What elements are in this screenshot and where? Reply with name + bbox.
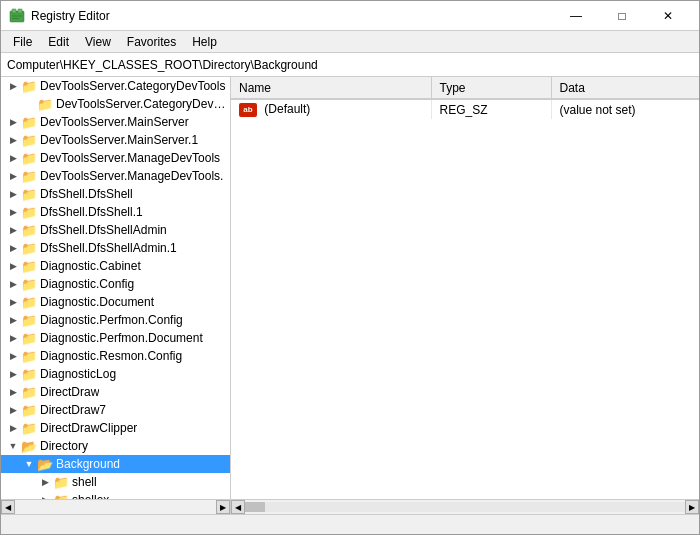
scroll-right-btn[interactable]: ▶: [216, 500, 230, 514]
expand-icon[interactable]: ▶: [5, 276, 21, 292]
col-type[interactable]: Type: [431, 77, 551, 99]
tree-label: Directory: [40, 439, 88, 453]
tree-item[interactable]: ▶ 📁 DevToolsServer.CategoryDevTools: [1, 77, 230, 95]
reg-name: (Default): [264, 102, 310, 116]
tree-item[interactable]: ▶ 📁 Diagnostic.Config: [1, 275, 230, 293]
right-h-scrollbar[interactable]: ◀ ▶: [231, 500, 699, 514]
tree-item[interactable]: ▶ 📁 Diagnostic.Perfmon.Document: [1, 329, 230, 347]
col-name[interactable]: Name: [231, 77, 431, 99]
expand-icon[interactable]: ▶: [5, 240, 21, 256]
expand-icon[interactable]: ▶: [5, 330, 21, 346]
tree-label: DiagnosticLog: [40, 367, 116, 381]
menu-bar: File Edit View Favorites Help: [1, 31, 699, 53]
scroll-track: [15, 502, 216, 512]
tree-item[interactable]: ▶ 📁 DfsShell.DfsShell.1: [1, 203, 230, 221]
col-data[interactable]: Data: [551, 77, 699, 99]
tree-label: Diagnostic.Document: [40, 295, 154, 309]
expand-icon[interactable]: ▶: [5, 114, 21, 130]
folder-icon: 📁: [21, 114, 37, 130]
tree-label: DfsShell.DfsShell: [40, 187, 133, 201]
tree-label: DfsShell.DfsShellAdmin.1: [40, 241, 177, 255]
expand-icon[interactable]: ▶: [37, 492, 53, 499]
scroll-left-btn[interactable]: ◀: [1, 500, 15, 514]
expand-icon[interactable]: ▼: [21, 456, 37, 472]
minimize-button[interactable]: —: [553, 1, 599, 31]
menu-favorites[interactable]: Favorites: [119, 33, 184, 51]
expand-icon[interactable]: ▶: [5, 150, 21, 166]
window-title: Registry Editor: [31, 9, 553, 23]
expand-icon[interactable]: ▶: [5, 294, 21, 310]
folder-icon: 📁: [21, 276, 37, 292]
tree-label: DevToolsServer.MainServer: [40, 115, 189, 129]
expand-icon[interactable]: ▶: [5, 366, 21, 382]
expand-icon[interactable]: ▼: [5, 438, 21, 454]
maximize-button[interactable]: □: [599, 1, 645, 31]
registry-row[interactable]: ab (Default) REG_SZ (value not set): [231, 99, 699, 119]
tree-label: Diagnostic.Config: [40, 277, 134, 291]
expand-icon[interactable]: ▶: [5, 168, 21, 184]
menu-view[interactable]: View: [77, 33, 119, 51]
expand-icon[interactable]: ▶: [5, 348, 21, 364]
left-h-scrollbar[interactable]: ◀ ▶: [1, 500, 231, 514]
tree-item[interactable]: ▶ 📁 DfsShell.DfsShellAdmin.1: [1, 239, 230, 257]
folder-icon: 📁: [21, 348, 37, 364]
tree-item[interactable]: ▶ 📁 Diagnostic.Cabinet: [1, 257, 230, 275]
expand-icon[interactable]: ▶: [5, 222, 21, 238]
tree-item-shell1[interactable]: ▶ 📁 shell: [1, 473, 230, 491]
tree-item-shellex[interactable]: ▶ 📁 shellex: [1, 491, 230, 499]
tree-item[interactable]: ▶ 📁 DfsShell.DfsShellAdmin: [1, 221, 230, 239]
folder-icon: 📁: [37, 96, 53, 112]
tree-item[interactable]: ▶ 📁 DevToolsServer.MainServer.1: [1, 131, 230, 149]
tree-label: DirectDraw7: [40, 403, 106, 417]
tree-item[interactable]: ▶ 📁 DevToolsServer.MainServer: [1, 113, 230, 131]
folder-icon: 📁: [21, 384, 37, 400]
expand-icon[interactable]: ▶: [5, 186, 21, 202]
folder-icon: 📁: [21, 366, 37, 382]
tree-label-background: Background: [56, 457, 120, 471]
expand-icon[interactable]: ▶: [37, 474, 53, 490]
expand-icon[interactable]: ▶: [5, 258, 21, 274]
window-controls: — □ ✕: [553, 1, 691, 31]
tree-item[interactable]: ▶ 📁 DirectDrawClipper: [1, 419, 230, 437]
folder-icon: 📁: [21, 186, 37, 202]
tree-item[interactable]: ▶ 📁 DevToolsServer.ManageDevTools: [1, 149, 230, 167]
tree-item[interactable]: ▶ 📁 DirectDraw: [1, 383, 230, 401]
expand-icon[interactable]: ▶: [5, 384, 21, 400]
tree-item[interactable]: ▶ 📁 DevToolsServer.ManageDevTools.: [1, 167, 230, 185]
reg-data: (value not set): [560, 103, 636, 117]
tree-item[interactable]: ▶ 📁 Diagnostic.Document: [1, 293, 230, 311]
tree-label: DevToolsServer.ManageDevTools: [40, 151, 220, 165]
expand-icon[interactable]: ▶: [5, 402, 21, 418]
folder-open-icon: 📂: [37, 456, 53, 472]
tree-item[interactable]: ▶ 📁 Diagnostic.Perfmon.Config: [1, 311, 230, 329]
tree-item[interactable]: ▶ 📁 DfsShell.DfsShell: [1, 185, 230, 203]
folder-icon: 📁: [21, 294, 37, 310]
scroll-right-btn2[interactable]: ▶: [685, 500, 699, 514]
tree-label: DevToolsServer.CategoryDevTools: [56, 97, 226, 111]
app-icon: [9, 8, 25, 24]
reg-type: REG_SZ: [440, 103, 488, 117]
registry-tree[interactable]: ▶ 📁 DevToolsServer.CategoryDevTools 📁 De…: [1, 77, 231, 499]
tree-item[interactable]: ▶ 📁 Diagnostic.Resmon.Config: [1, 347, 230, 365]
menu-edit[interactable]: Edit: [40, 33, 77, 51]
expand-icon[interactable]: ▶: [5, 204, 21, 220]
expand-icon[interactable]: ▶: [5, 312, 21, 328]
tree-item-directory[interactable]: ▼ 📂 Directory: [1, 437, 230, 455]
tree-item[interactable]: ▶ 📁 DirectDraw7: [1, 401, 230, 419]
scroll-left-btn2[interactable]: ◀: [231, 500, 245, 514]
expand-icon[interactable]: ▶: [5, 420, 21, 436]
close-button[interactable]: ✕: [645, 1, 691, 31]
expand-icon[interactable]: ▶: [5, 132, 21, 148]
registry-editor-window: Registry Editor — □ ✕ File Edit View Fav…: [0, 0, 700, 535]
tree-label: Diagnostic.Resmon.Config: [40, 349, 182, 363]
menu-file[interactable]: File: [5, 33, 40, 51]
scroll-thumb: [245, 502, 265, 512]
folder-icon: 📁: [21, 150, 37, 166]
tree-item[interactable]: ▶ 📁 DiagnosticLog: [1, 365, 230, 383]
menu-help[interactable]: Help: [184, 33, 225, 51]
tree-item-background[interactable]: ▼ 📂 Background: [1, 455, 230, 473]
tree-label: DfsShell.DfsShell.1: [40, 205, 143, 219]
tree-item[interactable]: 📁 DevToolsServer.CategoryDevTools: [1, 95, 230, 113]
expand-icon[interactable]: ▶: [5, 78, 21, 94]
folder-icon: 📁: [53, 492, 69, 499]
